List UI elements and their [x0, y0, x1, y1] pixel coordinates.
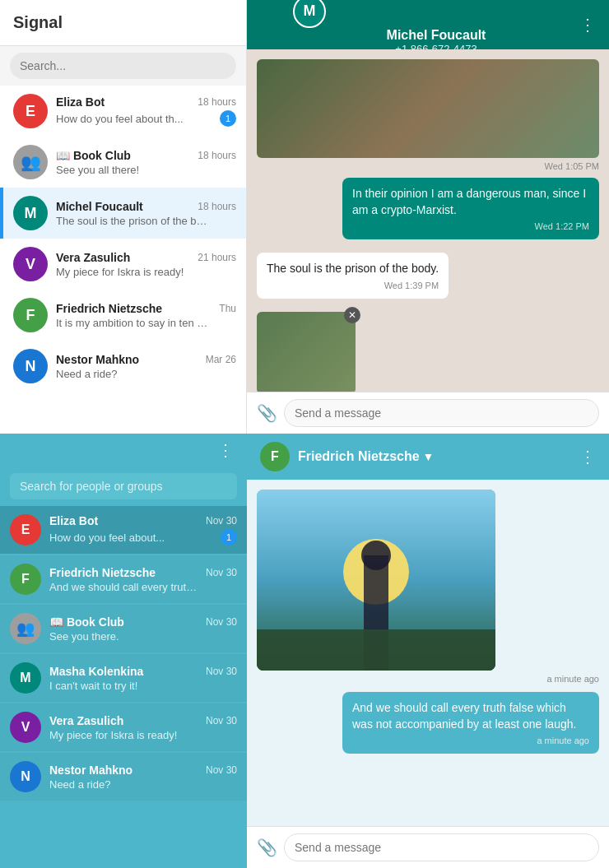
chat-menu-icon-top[interactable]: ⋮	[579, 15, 596, 35]
avatar-bookclub-top: 👥	[13, 145, 48, 179]
conv-preview-vera-top: My piece for Iskra is ready!	[56, 266, 184, 278]
conv-info-eliza-top: Eliza Bot 18 hours How do you feel about…	[56, 95, 236, 127]
conversation-list-top: E Eliza Bot 18 hours How do you feel abo…	[0, 86, 246, 434]
conv-item-nestor-top[interactable]: N Nestor Mahkno Mar 26 Need a ride?	[0, 341, 246, 392]
sidebar-bottom: ⋮ E Eliza Bot Nov 30 How do you feel abo…	[0, 434, 247, 868]
conv-name-vera-bottom: Vera Zasulich	[49, 714, 123, 727]
avatar-friedrich-bottom: F	[10, 564, 41, 595]
conv-name-bookclub-bottom: 📖 Book Club	[49, 615, 124, 629]
message-input-bottom[interactable]	[284, 833, 599, 861]
chat-image-time-bottom: a minute ago	[257, 674, 599, 684]
conv-info-nestor-top: Nestor Mahkno Mar 26 Need a ride?	[56, 353, 236, 380]
menu-icon[interactable]: ⋮	[216, 13, 233, 33]
conv-preview-friedrich-bottom: And we should call every truth f...	[49, 581, 198, 593]
conv-preview-nestor-bottom: Need a ride?	[49, 778, 110, 791]
conv-time-nestor-top: Mar 26	[206, 354, 236, 365]
conv-item-eliza-bottom[interactable]: E Eliza Bot Nov 30 How do you feel about…	[0, 506, 247, 554]
conv-name-nestor-bottom: Nestor Mahkno	[49, 764, 132, 777]
chat-image-top	[257, 59, 599, 158]
conv-name-eliza-bottom: Eliza Bot	[49, 514, 98, 527]
conv-info-masha-bottom: Masha Kolenkina Nov 30 I can't wait to t…	[49, 665, 237, 692]
chat-header-top: M Michel Foucault +1 866-672-4473 ⋮	[247, 0, 609, 49]
conv-time-bookclub-top: 18 hours	[198, 150, 236, 161]
conv-preview-eliza-top: How do you feel about th...	[56, 113, 184, 125]
avatar-vera-bottom: V	[10, 712, 41, 743]
conv-name-eliza-top: Eliza Bot	[56, 95, 105, 109]
attach-icon-top[interactable]: 📎	[257, 403, 277, 423]
conv-preview-nestor-top: Need a ride?	[56, 368, 117, 380]
avatar-nestor-top: N	[13, 349, 48, 383]
chat-panel-bottom: F Friedrich Nietzsche ▼ ⋮	[247, 434, 609, 868]
conv-item-bookclub-top[interactable]: 👥 📖 Book Club 18 hours See you all there…	[0, 137, 246, 188]
conv-preview-eliza-bottom: How do you feel about...	[49, 531, 165, 544]
msg-sent-1-top: In their opinion I am a dangerous man, s…	[342, 178, 599, 239]
conv-time-vera-bottom: Nov 30	[206, 715, 237, 726]
conv-time-eliza-top: 18 hours	[198, 96, 236, 108]
conv-info-nestor-bottom: Nestor Mahkno Nov 30 Need a ride?	[49, 764, 237, 791]
chat-menu-icon-bottom[interactable]: ⋮	[579, 447, 596, 466]
conv-item-masha-bottom[interactable]: M Masha Kolenkina Nov 30 I can't wait to…	[0, 654, 247, 702]
conv-info-eliza-bottom: Eliza Bot Nov 30 How do you feel about..…	[49, 514, 237, 545]
sidebar-menu-icon-bottom[interactable]: ⋮	[0, 434, 247, 466]
avatar-friedrich-top: F	[13, 298, 48, 332]
chat-image-bottom	[257, 490, 495, 671]
conv-name-vera-top: Vera Zasulich	[56, 251, 130, 264]
conv-time-bookclub-bottom: Nov 30	[206, 616, 237, 628]
avatar-masha-bottom: M	[10, 662, 41, 694]
conv-preview-masha-bottom: I can't wait to try it!	[49, 680, 137, 692]
conv-name-friedrich-top: Friedrich Nietzsche	[56, 302, 162, 315]
app-title: Signal	[13, 13, 63, 32]
msg-sent-bottom: And we should call every truth false whi…	[342, 692, 599, 754]
conv-preview-bookclub-bottom: See you there.	[49, 630, 119, 643]
conv-name-bookclub-top: 📖 Book Club	[56, 149, 131, 162]
conv-name-nestor-top: Nestor Mahkno	[56, 353, 139, 366]
avatar-bookclub-bottom: 👥	[10, 613, 41, 644]
conv-info-michel-top: Michel Foucault 18 hours The soul is the…	[56, 200, 236, 227]
conv-name-friedrich-bottom: Friedrich Nietzsche	[49, 566, 156, 579]
attach-icon-bottom[interactable]: 📎	[257, 838, 277, 857]
chat-input-bar-bottom: 📎	[247, 826, 609, 868]
sidebar-top: Signal ⋮ E Eliza Bot 18 hours How do you…	[0, 0, 247, 434]
conv-item-nestor-bottom[interactable]: N Nestor Mahkno Nov 30 Need a ride?	[0, 753, 247, 801]
chat-header-bottom: F Friedrich Nietzsche ▼ ⋮	[247, 434, 609, 480]
dropdown-arrow-bottom[interactable]: ▼	[423, 450, 435, 463]
chat-messages-bottom: a minute ago And we should call every tr…	[247, 480, 609, 826]
conv-time-masha-bottom: Nov 30	[206, 666, 237, 677]
conv-preview-vera-bottom: My piece for Iskra is ready!	[49, 729, 177, 741]
message-input-top[interactable]	[284, 399, 599, 427]
avatar-michel-top: M	[13, 196, 48, 230]
conv-time-michel-top: 18 hours	[198, 201, 236, 212]
chat-input-bar-top: 📎	[247, 392, 609, 434]
conv-time-friedrich-bottom: Nov 30	[206, 567, 237, 578]
conv-item-friedrich-bottom[interactable]: F Friedrich Nietzsche Nov 30 And we shou…	[0, 555, 247, 603]
conv-info-vera-bottom: Vera Zasulich Nov 30 My piece for Iskra …	[49, 714, 237, 741]
attachment-close-top[interactable]: ✕	[344, 307, 360, 323]
search-input[interactable]	[10, 53, 236, 79]
conv-item-vera-bottom[interactable]: V Vera Zasulich Nov 30 My piece for Iskr…	[0, 703, 247, 751]
chat-messages-top: Wed 1:05 PM In their opinion I am a dang…	[247, 49, 609, 392]
svg-point-3	[361, 541, 391, 570]
avatar-nestor-bottom: N	[10, 761, 41, 792]
chat-bottom-name: Friedrich Nietzsche	[298, 449, 420, 464]
search-bar-bottom	[0, 466, 247, 506]
conv-item-friedrich-top[interactable]: F Friedrich Nietzsche Thu It is my ambit…	[0, 290, 246, 341]
chat-bottom-avatar: F	[260, 442, 290, 471]
conv-time-eliza-bottom: Nov 30	[206, 515, 237, 527]
conv-item-michel-top[interactable]: M Michel Foucault 18 hours The soul is t…	[0, 188, 246, 239]
conv-name-michel-top: Michel Foucault	[56, 200, 143, 213]
conv-item-eliza-top[interactable]: E Eliza Bot 18 hours How do you feel abo…	[0, 86, 246, 137]
conv-time-vera-top: 21 hours	[198, 252, 236, 263]
chat-header-info-top: M Michel Foucault +1 866-672-4473	[293, 0, 579, 55]
conv-item-vera-top[interactable]: V Vera Zasulich 21 hours My piece for Is…	[0, 239, 246, 290]
search-input-bottom[interactable]	[10, 473, 237, 499]
app-header: Signal ⋮	[0, 0, 246, 46]
attachment-area-top: ✕	[257, 312, 356, 392]
conv-name-masha-bottom: Masha Kolenkina	[49, 665, 143, 678]
avatar-eliza-bottom: E	[10, 514, 41, 545]
conv-preview-bookclub-top: See you all there!	[56, 164, 139, 176]
badge-eliza-top: 1	[220, 110, 236, 127]
badge-eliza-bottom: 1	[221, 529, 237, 545]
conv-item-bookclub-bottom[interactable]: 👥 📖 Book Club Nov 30 See you there.	[0, 605, 247, 652]
conv-info-bookclub-top: 📖 Book Club 18 hours See you all there!	[56, 149, 236, 176]
msg-received-1-top: The soul is the prison of the body. Wed …	[257, 253, 449, 299]
